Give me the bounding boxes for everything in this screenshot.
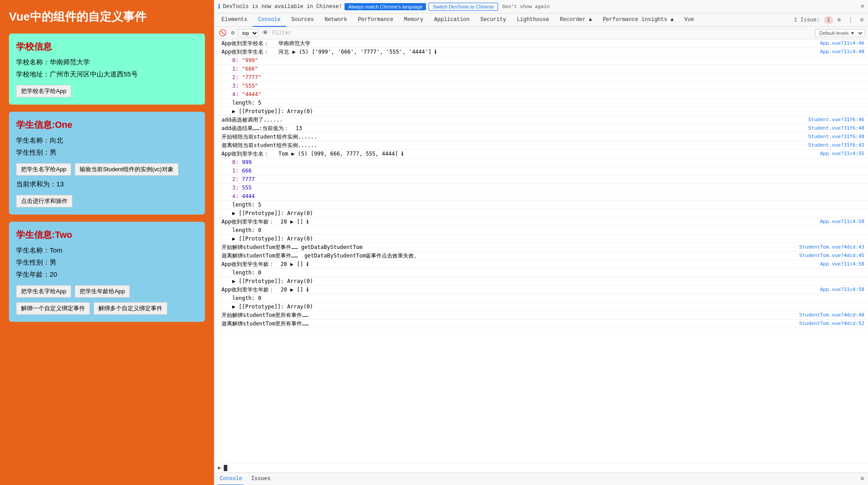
give-student-two-name-button[interactable]: 把学生名字给App bbox=[16, 285, 71, 298]
eye-icon[interactable]: 👁 bbox=[261, 29, 269, 38]
console-line-content: 3: "555" bbox=[218, 82, 864, 89]
console-line-content: 1: 666 bbox=[218, 167, 864, 174]
console-line: add函选被调用了......Student.vue?31f6:46 bbox=[214, 116, 868, 124]
console-source-link[interactable]: Student.vue?31f6:46 bbox=[808, 116, 864, 123]
log-levels-select[interactable]: Default levels ▼ bbox=[815, 29, 864, 37]
student-two-btn-row: 把学生名字给App 把学生年龄给App 解绑一个自定义绑定事件 解绑多个自定义绑… bbox=[16, 283, 198, 315]
console-line: App收到里学生年龄： 20 ▶ [] ℹApp.vue?11c4:58 bbox=[214, 260, 868, 269]
console-line-content: ▶ [[Prototype]]: Array(0) bbox=[218, 235, 864, 242]
console-line-content: 4: 4444 bbox=[218, 193, 864, 200]
banner-text: DevTools is now available in Chinese! bbox=[223, 4, 342, 10]
console-source-link[interactable]: App.vue?11c4:48 bbox=[820, 48, 864, 55]
banner-close-button[interactable]: × bbox=[861, 3, 864, 10]
console-line: 遊离解绑studentTom里所有事件……StudentTom.vue?4dcd… bbox=[214, 320, 868, 328]
console-line-content: length: 0 bbox=[218, 227, 864, 234]
more-options-icon[interactable]: ⋮ bbox=[845, 16, 856, 24]
toolbar-right: Default levels ▼ bbox=[815, 29, 864, 37]
tab-elements[interactable]: Elements bbox=[216, 13, 253, 27]
console-line: length: 5 bbox=[214, 201, 868, 209]
filter-label: Filter bbox=[272, 30, 291, 36]
give-school-name-button[interactable]: 把学校名字给App bbox=[16, 85, 71, 97]
tab-lighthouse[interactable]: Lighthouse bbox=[511, 13, 554, 27]
give-student-one-name-button[interactable]: 把学生名字给App bbox=[16, 163, 71, 176]
unbind-all-events-button[interactable]: 解绑多个自定义绑定事件 bbox=[94, 302, 167, 315]
console-line-content: ▶ [[Prototype]]: Array(0) bbox=[218, 108, 864, 115]
console-line: 4: "4444" bbox=[214, 90, 868, 99]
tab-vue[interactable]: Vue bbox=[679, 13, 700, 27]
console-line: ▶ [[Prototype]]: Array(0) bbox=[214, 303, 868, 311]
do-sum-button[interactable]: 点击进行求和操作 bbox=[16, 195, 72, 207]
tab-performance[interactable]: Performance bbox=[353, 13, 399, 27]
console-line: 3: 555 bbox=[214, 184, 868, 192]
undock-icon[interactable]: ⊡ bbox=[858, 16, 866, 24]
console-source-link[interactable]: App.vue?11c4:46 bbox=[820, 40, 864, 47]
console-source-link[interactable]: Student.vue?31f6:42 bbox=[808, 142, 864, 149]
console-line: 开始解绑studentTom里事件…… getDataByStudentTomS… bbox=[214, 243, 868, 252]
console-line-content: 开始销毁当前student组件实例...... bbox=[218, 133, 804, 140]
console-source-link[interactable]: Student.vue?31f6:48 bbox=[808, 125, 864, 132]
console-line-content: App收到里学生名： Tom ▶ (5) [999, 666, 7777, 55… bbox=[218, 150, 817, 157]
console-source-link[interactable]: Student.vue?31f6:48 bbox=[808, 133, 864, 140]
switch-devtools-button[interactable]: Switch DevTools to Chinese bbox=[429, 3, 498, 11]
console-line: 2: "7777" bbox=[214, 73, 868, 82]
console-line: ▶ [[Prototype]]: Array(0) bbox=[214, 209, 868, 218]
bottom-tab-console[interactable]: Console bbox=[218, 473, 244, 485]
console-line: ▶ [[Prototype]]: Array(0) bbox=[214, 277, 868, 286]
console-line-content: 0: 999 bbox=[218, 159, 864, 166]
give-student-two-age-button[interactable]: 把学生年龄给App bbox=[75, 285, 130, 298]
student-one-card: 学生信息:One 学生名称：向北 学生性别：男 把学生名字给App 输验当前St… bbox=[9, 112, 205, 215]
console-line-content: 4: "4444" bbox=[218, 91, 864, 98]
tab-sources[interactable]: Sources bbox=[286, 13, 319, 27]
dont-show-link[interactable]: Don't show again bbox=[502, 4, 550, 9]
tab-network[interactable]: Network bbox=[319, 13, 352, 27]
console-line-content: 开始解绑studentTom里事件…… getDataByStudentTom bbox=[218, 244, 796, 251]
console-line: 遊离解绑studentTom里事件…… getDataByStudentTom返… bbox=[214, 252, 868, 260]
console-source-link[interactable]: App.vue?11c4:55 bbox=[820, 150, 864, 157]
console-line: add函选结果……:当前值为： 13Student.vue?31f6:48 bbox=[214, 124, 868, 133]
tab-application[interactable]: Application bbox=[429, 13, 475, 27]
devtools-tabs: Elements Console Sources Network Perform… bbox=[214, 13, 868, 27]
student-two-name: 学生名称：Tom bbox=[16, 246, 198, 255]
console-line: 1: "666" bbox=[214, 65, 868, 73]
console-source-link[interactable]: StudentTom.vue?4dcd:43 bbox=[799, 244, 864, 251]
console-source-link[interactable]: StudentTom.vue?4dcd:48 bbox=[799, 312, 864, 319]
console-source-link[interactable]: StudentTom.vue?4dcd:52 bbox=[799, 320, 864, 327]
bottom-tab-issues[interactable]: Issues bbox=[249, 473, 272, 485]
console-line: length: 0 bbox=[214, 294, 868, 303]
issue-badge[interactable]: 1 bbox=[824, 16, 833, 24]
console-source-link[interactable]: StudentTom.vue?4dcd:45 bbox=[799, 252, 864, 259]
console-line-content: 2: 7777 bbox=[218, 176, 864, 183]
console-source-link[interactable]: App.vue?11c4:58 bbox=[820, 286, 864, 293]
issue-label: 1 Issue: bbox=[791, 16, 823, 24]
console-line-content: App收到里学校名： 华南师范大学 bbox=[218, 40, 817, 47]
console-line-content: 2: "7777" bbox=[218, 74, 864, 81]
console-line-content: length: 5 bbox=[218, 99, 864, 106]
close-panel-button[interactable]: × bbox=[860, 475, 864, 483]
tab-performance-insights[interactable]: Performance insights ▲ bbox=[597, 13, 679, 27]
student-one-btn-row: 把学生名字给App 输验当前Student组件的实例(vc)对象 bbox=[16, 160, 198, 176]
console-line: 遊离销毁当前student组件实例......Student.vue?31f6:… bbox=[214, 141, 868, 150]
filter-icon[interactable]: ⊘ bbox=[230, 28, 235, 38]
tab-security[interactable]: Security bbox=[475, 13, 512, 27]
tab-console[interactable]: Console bbox=[253, 13, 286, 27]
console-line: App收到里学生年龄： 20 ▶ [] ℹApp.vue?11c4:58 bbox=[214, 218, 868, 226]
console-input-row: ▶ bbox=[214, 463, 868, 472]
settings-icon[interactable]: ⚙ bbox=[835, 16, 843, 24]
context-select[interactable]: top bbox=[238, 29, 259, 37]
console-line-content: 1: "666" bbox=[218, 65, 864, 72]
console-line-content: length: 0 bbox=[218, 269, 864, 276]
console-source-link[interactable]: App.vue?11c4:58 bbox=[820, 218, 864, 225]
clear-console-icon[interactable]: 🚫 bbox=[218, 28, 227, 38]
console-cursor bbox=[224, 465, 227, 471]
console-line: 0: 999 bbox=[214, 158, 868, 167]
console-source-link[interactable]: App.vue?11c4:58 bbox=[820, 261, 864, 268]
tab-recorder[interactable]: Recorder ▲ bbox=[554, 13, 597, 27]
unbind-one-event-button[interactable]: 解绑一个自定义绑定事件 bbox=[16, 302, 90, 315]
console-line: ▶ [[Prototype]]: Array(0) bbox=[214, 235, 868, 243]
tab-memory[interactable]: Memory bbox=[399, 13, 429, 27]
match-language-button[interactable]: Always match Chrome's language bbox=[345, 3, 426, 10]
console-line: 1: 666 bbox=[214, 167, 868, 175]
school-address: 学校地址：广州市天河区中山大道西55号 bbox=[16, 70, 198, 79]
console-line: App收到里学生名： Tom ▶ (5) [999, 666, 7777, 55… bbox=[214, 150, 868, 158]
bind-instance-button[interactable]: 输验当前Student组件的实例(vc)对象 bbox=[75, 163, 178, 176]
